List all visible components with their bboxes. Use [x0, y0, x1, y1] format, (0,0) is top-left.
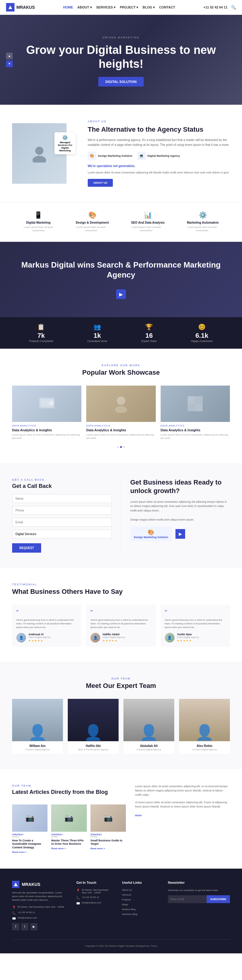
- cta-form: GET A CALL BACK Get a Call Back Digital …: [12, 478, 121, 553]
- nav-contact[interactable]: CONTACT: [159, 5, 175, 9]
- portfolio-section: EXPLORE OUR WORK Popular Work Showcase D…: [0, 348, 242, 463]
- footer-logo-text: MRAKUS: [22, 882, 40, 887]
- service-2-text: Digital Marketing Agency: [148, 154, 180, 158]
- hero-tag: DRIVEN MARKETING: [12, 36, 230, 39]
- testimonial-role-3: Client Digital Agency: [177, 636, 199, 639]
- footer-link-blogs[interactable]: Blogs: [122, 903, 159, 906]
- service-desc-1: Lorem ipsum dolor sit amet consectetur: [23, 226, 54, 232]
- team-role-4: Content Digital Agency: [182, 748, 227, 751]
- cta-content-title: Get Business ideas Ready to unlock growt…: [131, 478, 230, 495]
- nav-services[interactable]: SERVICES ▾: [96, 5, 116, 10]
- email-input[interactable]: [12, 518, 112, 527]
- footer: MRAKUS Here are the specialists not gene…: [0, 869, 242, 953]
- quote-icon-2: ": [91, 609, 151, 616]
- newsletter-subscribe-button[interactable]: SUBSCRIBE: [207, 895, 230, 903]
- nav-links: HOME ABOUT ▾ SERVICES ▾ PROJECT ▾ BLOG ▾…: [63, 5, 175, 10]
- blog-read-more-1[interactable]: Read more >: [12, 851, 48, 853]
- newsletter-email-input[interactable]: [168, 895, 207, 903]
- about-service-2: 💻 Digital Marketing Agency: [137, 152, 180, 160]
- service-1-text: Design Marketing Solution: [98, 154, 132, 158]
- award-title: Markus Digital wins Search & Performance…: [12, 260, 230, 280]
- portfolio-desc-2: Lorem ipsum dolor sit amet consectetur a…: [86, 433, 156, 440]
- hero-cta-button[interactable]: DIGITAL SOLUTION: [98, 77, 144, 87]
- arrow-right-icon: ▶: [119, 291, 123, 297]
- stats-section: 📋 7k Projects Completed 👥 1k Consultant …: [0, 317, 242, 348]
- nav-blog[interactable]: BLOG ▾: [142, 5, 155, 10]
- get-in-touch-title: Get In Touch: [76, 881, 113, 885]
- person-icon-3: 👤: [139, 724, 158, 741]
- about-image-wrap: ⚙️ Managed Services For Digital Marketin…: [12, 123, 79, 184]
- phone-input[interactable]: [12, 506, 112, 515]
- blog-more-link[interactable]: more: [135, 814, 142, 817]
- testimonial-avatar-1: 👤: [16, 633, 26, 643]
- nav-home[interactable]: HOME: [63, 5, 73, 9]
- youtube-icon[interactable]: ▶: [30, 923, 38, 931]
- request-button[interactable]: REQUEST: [12, 543, 41, 553]
- footer-phone: 📞 +11 02 42 64 11: [12, 911, 67, 915]
- footer-contact-email: ✉️ info@mrakus.com: [76, 901, 113, 905]
- blog-img-3: 📷: [91, 805, 126, 832]
- form-field-phone: [12, 506, 112, 515]
- svg-rect-8: [188, 396, 195, 404]
- cta-arrow-button[interactable]: ▶: [175, 529, 185, 539]
- portfolio-dot-2[interactable]: [120, 446, 122, 448]
- portfolio-card-3: DATA ANALYTICS Data Analytics & Insights…: [161, 386, 230, 440]
- blog-title-3: Small Business Guide to Target: [91, 839, 126, 846]
- hero-arrow-up[interactable]: ▲: [6, 52, 13, 59]
- portfolio-dot-3[interactable]: [123, 446, 125, 448]
- footer-contact-phone: 📞 +11 02 42 64 11: [76, 896, 113, 899]
- svg-point-2: [33, 156, 46, 162]
- portfolio-img-3: [161, 386, 230, 422]
- footer-link-projects[interactable]: Projects: [122, 898, 159, 901]
- blog-right-para1: Lorem ipsum dolor sit amet consectetur a…: [135, 784, 230, 797]
- about-title: The Alternative to the Agency Status: [88, 125, 230, 134]
- cta-service-badge-text: Design Marketing Solution: [134, 536, 169, 539]
- stat-item-2: 👥 1k Consultant done: [88, 323, 107, 343]
- nav-logo[interactable]: MRAKUS: [6, 3, 35, 11]
- form-field-email: [12, 518, 112, 527]
- footer-link-about[interactable]: About Us: [122, 889, 159, 891]
- testimonial-rating-1: ★★★★★: [29, 639, 51, 642]
- search-icon[interactable]: 🔍: [231, 5, 236, 10]
- loc-icon: 📍: [76, 889, 80, 892]
- customers-icon: 😊: [191, 323, 213, 331]
- about-button[interactable]: ABOUT US: [88, 179, 113, 187]
- name-input[interactable]: [12, 494, 112, 503]
- svg-marker-0: [8, 5, 12, 9]
- svg-rect-9: [195, 396, 203, 404]
- contact-address: 50 Street, Old Downtown New York - 10004: [82, 889, 113, 894]
- about-content: ABOUT US The Alternative to the Agency S…: [88, 120, 230, 187]
- nav-right: +11 02 42 64 11 🔍: [203, 5, 236, 10]
- portfolio-dot-1[interactable]: [117, 446, 119, 448]
- award-arrow-button[interactable]: ▶: [116, 290, 126, 299]
- svg-rect-11: [195, 404, 203, 411]
- stat-item-3: 🏆 16 Expert Team: [142, 323, 157, 343]
- footer-link-business-blog[interactable]: Business Blog: [122, 913, 159, 916]
- blog-img-2: 📷: [51, 805, 86, 832]
- nav-about[interactable]: ABOUT ▾: [78, 5, 92, 10]
- stat-label-4: Happy Customers: [191, 340, 213, 343]
- footer-contact-address: 📍 50 Street, Old Downtown New York - 100…: [76, 889, 113, 894]
- stat-label-2: Consultant done: [88, 340, 107, 343]
- footer-link-services[interactable]: Services: [122, 893, 159, 896]
- about-badge: ⚙️ Managed Services For Digital Marketin…: [54, 132, 76, 154]
- testimonial-avatar-3: 👤: [165, 633, 175, 643]
- footer-logo: MRAKUS: [12, 881, 67, 888]
- about-para: Lorem ipsum dolor sit amet consectetur a…: [88, 171, 230, 175]
- blog-read-more-2[interactable]: Read more >: [51, 847, 86, 850]
- twitter-icon[interactable]: t: [21, 923, 29, 931]
- facebook-icon[interactable]: f: [12, 923, 19, 931]
- blog-title-2: Master These Three KPIs to Grow Your Bus…: [51, 839, 86, 846]
- team-name-4: Alex Robin: [182, 744, 227, 748]
- blog-read-more-3[interactable]: Read more >: [91, 847, 126, 850]
- testimonial-author-3: 👤 Yoshir Nasr Client Digital Agency ★★★★…: [165, 633, 226, 643]
- hero-arrow-down[interactable]: ▼: [6, 60, 13, 67]
- digital-icon: 💻: [137, 152, 146, 160]
- team-role-3: Content Digital Agency: [126, 748, 171, 751]
- testimonials-grid: " Here's good testimony from a client to…: [12, 605, 230, 647]
- blog-card-1: 📷 STRATEGY 15 Nov. How To Create a Susta…: [12, 805, 48, 853]
- footer-link-mrakus-blog[interactable]: Mrakus Blog: [122, 908, 159, 911]
- service-select[interactable]: Digital Services Digital Marketing Desig…: [12, 530, 112, 538]
- nav-project[interactable]: PROJECT ▾: [120, 5, 138, 10]
- svg-marker-12: [14, 883, 18, 886]
